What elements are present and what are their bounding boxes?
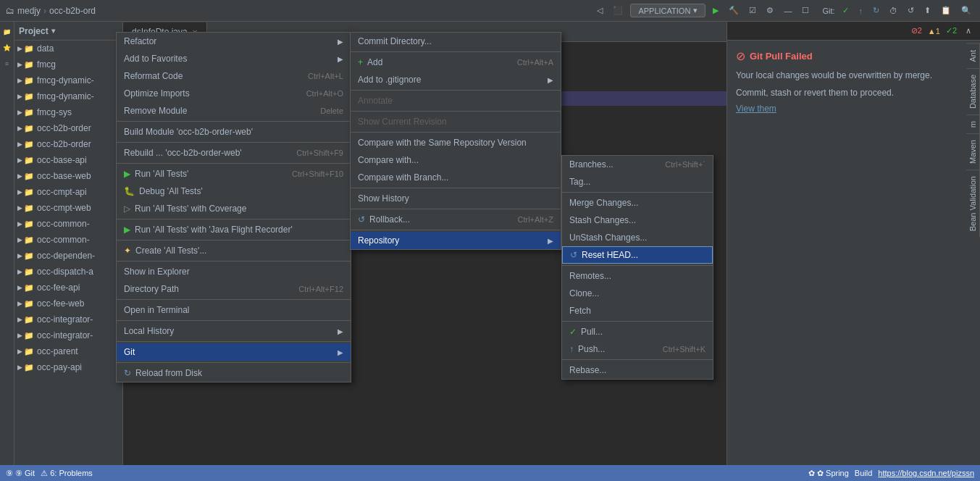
- status-url[interactable]: https://blog.csdn.net/pizssn: [878, 469, 974, 477]
- search-btn[interactable]: 🔍: [958, 4, 974, 17]
- ctx-rebuild[interactable]: Rebuild ... 'occ-b2b-order-web' Ctrl+Shi…: [117, 144, 351, 162]
- project-item[interactable]: ▶📁occ-dispatch-a: [14, 264, 122, 280]
- git-annotate-btn[interactable]: 📋: [938, 4, 954, 17]
- side-label-m[interactable]: m: [966, 114, 980, 133]
- ctx-git[interactable]: Git ▶: [117, 343, 351, 361]
- project-item[interactable]: ▶📁occ-common-: [14, 216, 122, 232]
- ctx-show-explorer[interactable]: Show in Explorer: [117, 263, 351, 280]
- debug-btn[interactable]: ⬛: [610, 4, 626, 17]
- ctx-add-gitignore[interactable]: Add to .gitignore ▶: [351, 71, 561, 88]
- ctx-stash[interactable]: Stash Changes...: [562, 212, 713, 229]
- coverage-icon: ▷: [124, 204, 130, 214]
- side-label-bean[interactable]: Bean Validation: [966, 170, 980, 237]
- ctx-open-terminal[interactable]: Open in Terminal: [117, 301, 351, 319]
- ctx-create-tests[interactable]: ✦ Create 'All Tests'...: [117, 242, 351, 259]
- structure-side-icon[interactable]: ≡: [0, 57, 14, 71]
- ctx-compare-with[interactable]: Compare with...: [351, 151, 561, 169]
- ctx-optimize[interactable]: Optimize Imports Ctrl+Alt+O: [117, 85, 351, 102]
- project-item[interactable]: ▶📁occ-pay-api: [14, 359, 122, 375]
- git-up-btn[interactable]: ↑: [856, 5, 866, 17]
- app-selector[interactable]: APPLICATION ▾: [630, 4, 705, 17]
- project-item[interactable]: ▶📁occ-b2b-order: [14, 136, 122, 152]
- project-item[interactable]: ▶📁occ-fee-api: [14, 280, 122, 296]
- project-item[interactable]: ▶📁occ-dependen-: [14, 248, 122, 264]
- project-item[interactable]: ▶📁occ-integrator-: [14, 327, 122, 343]
- side-label-maven[interactable]: Maven: [966, 133, 980, 170]
- project-item[interactable]: ▶📁occ-base-api: [14, 152, 122, 168]
- project-item[interactable]: ▶📁fmcg: [14, 57, 122, 72]
- ctx-add-favorites[interactable]: Add to Favorites ▶: [117, 50, 351, 67]
- favorites-side-icon[interactable]: ⭐: [0, 41, 14, 55]
- separator: [117, 121, 351, 122]
- build-btn[interactable]: 🔨: [726, 4, 742, 17]
- side-label-ant[interactable]: Ant: [966, 43, 980, 68]
- project-item[interactable]: ▶📁occ-common-: [14, 232, 122, 248]
- ctx-run-coverage[interactable]: ▷ Run 'All Tests' with Coverage: [117, 200, 351, 217]
- minimize-btn[interactable]: —: [781, 5, 795, 17]
- ctx-remotes[interactable]: Remotes...: [562, 267, 713, 285]
- status-problems[interactable]: ⚠ 6: Problems: [41, 469, 93, 478]
- separator: [117, 163, 351, 164]
- ctx-reset-head[interactable]: ↺ Reset HEAD...: [562, 246, 713, 264]
- ctx-repository[interactable]: Repository ▶: [351, 232, 561, 249]
- build-label: Build: [855, 469, 872, 477]
- git-history-btn[interactable]: ⏱: [887, 5, 900, 17]
- project-item[interactable]: ▶📁occ-fee-web: [14, 296, 122, 311]
- ctx-push[interactable]: ↑ Push... Ctrl+Shift+K: [562, 340, 713, 358]
- ctx-compare-repo[interactable]: Compare with the Same Repository Version: [351, 134, 561, 151]
- ctx-branches[interactable]: Branches... Ctrl+Shift+`: [562, 156, 713, 173]
- ctx-refactor[interactable]: Refactor ▶: [117, 33, 351, 50]
- project-item[interactable]: ▶📁fmcg-dynamic-: [14, 72, 122, 88]
- folder-icon: 📁: [24, 108, 34, 117]
- ctx-build-module[interactable]: Build Module 'occ-b2b-order-web': [117, 123, 351, 141]
- ctx-tag[interactable]: Tag...: [562, 173, 713, 191]
- ctx-remove-module[interactable]: Remove Module Delete: [117, 102, 351, 120]
- ctx-rollback[interactable]: ↺ Rollback... Ctrl+Alt+Z: [351, 211, 561, 228]
- project-item[interactable]: ▶📁occ-base-web: [14, 168, 122, 184]
- project-item[interactable]: ▶📁occ-cmpt-api: [14, 184, 122, 200]
- ctx-clone[interactable]: Clone...: [562, 285, 713, 302]
- ctx-unstash[interactable]: UnStash Changes...: [562, 229, 713, 246]
- ctx-rebase[interactable]: Rebase...: [562, 361, 713, 379]
- ctx-reload[interactable]: ↻ Reload from Disk: [117, 364, 351, 382]
- git-push-btn[interactable]: ⬆: [921, 4, 934, 17]
- ctx-run-tests[interactable]: ▶ Run 'All Tests' Ctrl+Shift+F10: [117, 165, 351, 183]
- git-check-btn[interactable]: ✓: [839, 4, 852, 17]
- separator: [351, 230, 561, 230]
- ctx-compare-branch[interactable]: Compare with Branch...: [351, 169, 561, 186]
- project-item[interactable]: ▶📁data: [14, 41, 122, 57]
- git-view-link[interactable]: View them: [736, 104, 776, 114]
- ctx-fetch[interactable]: Fetch: [562, 302, 713, 319]
- ctx-show-history[interactable]: Show History: [351, 190, 561, 207]
- project-side-icon[interactable]: 📁: [0, 25, 14, 39]
- project-item[interactable]: ▶📁occ-integrator-: [14, 311, 122, 327]
- run-btn[interactable]: ▶: [710, 4, 721, 17]
- ctx-run-jfr[interactable]: ▶ Run 'All Tests' with 'Java Flight Reco…: [117, 221, 351, 238]
- error-indicator: ⊘2 ▲1 ✓2 ∧: [727, 22, 980, 41]
- status-build[interactable]: Build: [855, 469, 872, 477]
- status-git[interactable]: ⑨ ⑨ Git: [6, 469, 35, 478]
- ctx-debug-tests[interactable]: 🐛 Debug 'All Tests': [117, 183, 351, 200]
- expand-btn[interactable]: ∧: [963, 25, 974, 37]
- ctx-local-history[interactable]: Local History ▶: [117, 322, 351, 340]
- run-icon: ▶: [124, 169, 130, 179]
- ctx-directory-path[interactable]: Directory Path Ctrl+Alt+F12: [117, 280, 351, 298]
- coverage-btn[interactable]: ☑: [746, 4, 759, 17]
- side-label-database[interactable]: Database: [966, 68, 980, 114]
- project-item[interactable]: ▶📁occ-parent: [14, 343, 122, 359]
- ctx-commit-dir[interactable]: Commit Directory...: [351, 33, 561, 50]
- ctx-reformat[interactable]: Reformat Code Ctrl+Alt+L: [117, 67, 351, 85]
- restore-btn[interactable]: ☐: [799, 4, 812, 17]
- ctx-add[interactable]: + Add Ctrl+Alt+A: [351, 54, 561, 71]
- settings-btn[interactable]: ⚙: [763, 4, 776, 17]
- run-back-btn[interactable]: ◁: [594, 4, 606, 17]
- project-item[interactable]: ▶📁occ-cmpt-web: [14, 200, 122, 216]
- git-revert-btn[interactable]: ↺: [905, 4, 917, 17]
- ctx-pull[interactable]: ✓ Pull...: [562, 323, 713, 340]
- ctx-merge[interactable]: Merge Changes...: [562, 194, 713, 212]
- status-spring[interactable]: ✿ ✿ Spring: [808, 469, 849, 478]
- project-item[interactable]: ▶📁fmcg-dynamic-: [14, 88, 122, 104]
- git-update-btn[interactable]: ↻: [870, 4, 882, 17]
- project-item[interactable]: ▶📁occ-b2b-order: [14, 120, 122, 136]
- project-item[interactable]: ▶📁fmcg-sys: [14, 104, 122, 120]
